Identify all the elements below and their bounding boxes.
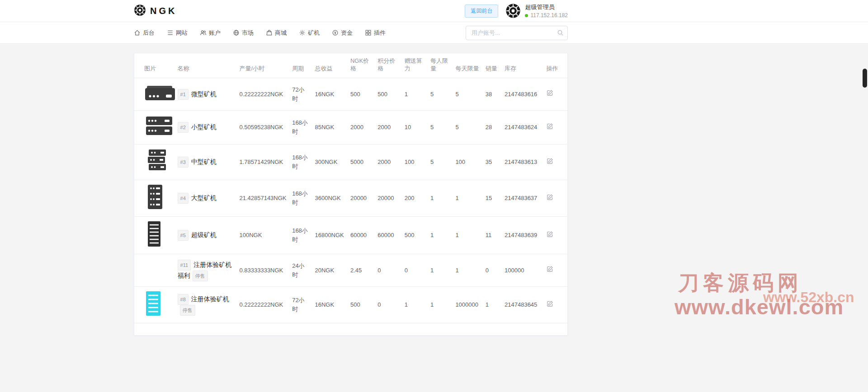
col-header-points-price: 积分价格 <box>377 53 404 78</box>
cell-ngk-price: 500 <box>350 287 377 323</box>
cell-ngk-price: 500 <box>350 78 377 111</box>
miner-id-badge: #3 <box>178 157 189 168</box>
table-row: #4大型矿机21.42857143NGK168小时3600NGK20000200… <box>134 180 567 217</box>
nav-item-label: 矿机 <box>308 29 320 37</box>
col-header-name: 名称 <box>178 53 240 78</box>
miner-small-icon <box>144 114 174 138</box>
cell-points-price: 2000 <box>377 145 404 180</box>
cell-output-per-hour: 0.22222222NGK <box>239 78 292 111</box>
table-row: #8注册体验矿机停售0.22222222NGK72小时16NGK50001110… <box>134 287 567 323</box>
nav-item-miner[interactable]: 矿机 <box>299 29 320 37</box>
cell-cycle: 168小时 <box>292 111 315 145</box>
cell-output-per-hour: 21.42857143NGK <box>239 180 292 217</box>
miner-name: 中型矿机 <box>191 158 217 165</box>
nav-item-label: 后台 <box>143 29 155 37</box>
admin-info[interactable]: 超级管理员 117.152.16.182 <box>505 3 568 19</box>
edit-icon[interactable] <box>547 194 553 201</box>
table-row: #3中型矿机1.78571429NGK168小时300NGK5000200010… <box>134 145 567 180</box>
cell-per-day-limit: 1000000 <box>455 287 485 323</box>
cell-points-price: 20000 <box>377 180 404 217</box>
nav-item-label: 插件 <box>374 29 386 37</box>
cell-image <box>134 145 178 180</box>
miner-table-card: 图片 名称 产量/小时 周期 总收益 NGK价格 积分价格 赠送算力 每人限量 … <box>134 53 568 336</box>
search-icon[interactable] <box>557 29 564 38</box>
cell-image <box>134 254 178 287</box>
cell-operation <box>547 254 567 287</box>
cell-gift-hashrate: 0 <box>405 254 430 287</box>
miner-id-badge: #2 <box>178 122 189 133</box>
cell-operation <box>547 145 567 180</box>
search-input[interactable] <box>466 26 568 40</box>
cell-per-day-limit: 5 <box>455 78 485 111</box>
user-search <box>466 26 568 40</box>
nav-item-funds[interactable]: 资金 <box>332 29 353 37</box>
cell-name: #11注册体验矿机福利停售 <box>178 254 240 287</box>
scrollbar-track[interactable] <box>862 0 868 392</box>
cell-ngk-price: 2000 <box>350 111 377 145</box>
nav-item-mall[interactable]: 商城 <box>266 29 287 37</box>
nav-item-dashboard[interactable]: 后台 <box>134 29 155 37</box>
miner-gear-icon <box>299 29 306 36</box>
online-status-dot <box>525 14 528 17</box>
app-logo: NGK <box>134 4 177 18</box>
stop-sale-badge: 停售 <box>180 305 195 316</box>
nav-item-plugin[interactable]: 插件 <box>365 29 386 37</box>
col-header-ngk-price: NGK价格 <box>350 53 377 78</box>
cell-sales: 1 <box>486 287 505 323</box>
scrollbar-thumb[interactable] <box>863 69 867 88</box>
top-header: NGK 返回前台 超级管理员 117.152.16.182 <box>0 0 868 22</box>
table-row: #11注册体验矿机福利停售0.83333333NGK24小时20NGK2.450… <box>134 254 567 287</box>
col-header-per-day-limit: 每天限量 <box>455 53 485 78</box>
miner-name: 小型矿机 <box>191 123 217 131</box>
nav-item-website[interactable]: 网站 <box>167 29 188 37</box>
miner-medium-icon <box>144 148 170 173</box>
col-header-sales: 销量 <box>486 53 505 78</box>
edit-icon[interactable] <box>547 231 553 238</box>
cell-stock: 2147483613 <box>505 145 547 180</box>
cell-stock: 2147483639 <box>505 217 547 254</box>
miner-id-badge: #4 <box>178 193 189 204</box>
nav-item-label: 网站 <box>176 29 188 37</box>
cell-cycle: 168小时 <box>292 145 315 180</box>
cell-cycle: 24小时 <box>292 254 315 287</box>
cell-sales: 15 <box>486 180 505 217</box>
shop-bag-icon <box>266 29 273 36</box>
cell-operation <box>547 287 567 323</box>
cell-points-price: 0 <box>377 254 404 287</box>
cell-gift-hashrate: 100 <box>405 145 430 180</box>
nav-item-market[interactable]: 市场 <box>233 29 254 37</box>
edit-icon[interactable] <box>547 300 553 307</box>
nav-item-account[interactable]: 账户 <box>200 29 221 37</box>
cell-ngk-price: 20000 <box>350 180 377 217</box>
cell-total-revenue: 300NGK <box>315 145 350 180</box>
cell-name: #3中型矿机 <box>178 145 240 180</box>
cell-output-per-hour: 0.50595238NGK <box>239 111 292 145</box>
nav-item-label: 资金 <box>341 29 353 37</box>
miner-id-badge: #1 <box>178 89 189 100</box>
cell-image <box>134 217 178 254</box>
back-to-frontend-button[interactable]: 返回前台 <box>465 5 498 18</box>
edit-icon[interactable] <box>547 158 553 164</box>
cell-stock: 2147483616 <box>505 78 547 111</box>
cell-per-person-limit: 1 <box>430 287 455 323</box>
edit-icon[interactable] <box>547 266 553 272</box>
miner-id-badge: #8 <box>178 294 189 305</box>
nav-item-label: 商城 <box>275 29 287 37</box>
cell-stock: 2147483637 <box>505 180 547 217</box>
cell-name: #1微型矿机 <box>178 78 240 111</box>
cell-ngk-price: 2.45 <box>350 254 377 287</box>
cell-output-per-hour: 1.78571429NGK <box>239 145 292 180</box>
cell-name: #8注册体验矿机停售 <box>178 287 240 323</box>
cell-cycle: 168小时 <box>292 217 315 254</box>
edit-icon[interactable] <box>547 123 553 130</box>
cell-per-person-limit: 5 <box>430 78 455 111</box>
cell-name: #4大型矿机 <box>178 180 240 217</box>
cell-stock: 100000 <box>505 254 547 287</box>
cell-points-price: 0 <box>377 287 404 323</box>
cell-total-revenue: 16NGK <box>315 287 350 323</box>
table-row: #2小型矿机0.50595238NGK168小时85NGK20002000105… <box>134 111 567 145</box>
edit-icon[interactable] <box>547 89 553 96</box>
plugin-grid-icon <box>365 29 372 36</box>
cell-sales: 28 <box>486 111 505 145</box>
ngk-wheel-icon <box>134 4 146 18</box>
